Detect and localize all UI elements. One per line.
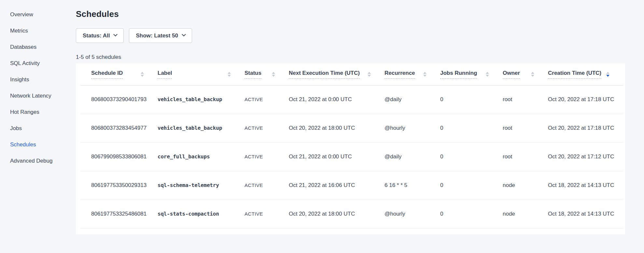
sidebar-item-label: Metrics xyxy=(10,28,28,34)
sidebar-item[interactable]: Insights xyxy=(0,72,76,88)
schedule-id: 806799098533806081 xyxy=(91,153,147,160)
sort-up-arrow-icon xyxy=(486,72,489,74)
creation-time-cell: Oct 20, 2022 at 17:18 UTC xyxy=(548,114,623,142)
table-header-row: Schedule ID Label xyxy=(80,63,623,85)
jobs-running-cell: 0 xyxy=(440,142,503,171)
label-cell: sql-stats-compaction xyxy=(158,200,245,228)
sort-arrows-icon xyxy=(368,72,371,77)
sidebar-item[interactable]: Network Latency xyxy=(0,88,76,104)
column-header[interactable]: Next Execution Time (UTC) xyxy=(289,63,385,85)
schedules-table: Schedule ID Label xyxy=(80,63,623,229)
label-cell: core_full_backups xyxy=(158,142,245,171)
status-badge: ACTIVE xyxy=(245,182,263,188)
status-cell: ACTIVE xyxy=(245,171,289,200)
status-cell: ACTIVE xyxy=(245,85,289,114)
sidebar-item[interactable]: Overview xyxy=(0,7,76,23)
page-title: Schedules xyxy=(76,9,625,19)
recurrence-cell: @daily xyxy=(385,142,440,171)
column-header[interactable]: Recurrence xyxy=(385,63,440,85)
next-execution-cell: Oct 21, 2022 at 16:06 UTC xyxy=(289,171,385,200)
schedules-page: Overview Metrics Databases SQL Activity … xyxy=(0,0,644,253)
label-cell: vehicles_table_backup xyxy=(158,85,245,114)
recurrence-cell: @hourly xyxy=(385,200,440,228)
schedule-id: 806800373290401793 xyxy=(91,96,147,102)
show-filter-dropdown[interactable]: Show: Latest 50 xyxy=(129,28,192,43)
chevron-down-icon xyxy=(182,32,186,36)
column-header[interactable]: Label xyxy=(158,63,245,85)
sidebar-item-label: Advanced Debug xyxy=(10,158,52,164)
recurrence-cell: 6 16 * * 5 xyxy=(385,171,440,200)
sort-down-arrow-icon xyxy=(141,75,144,77)
status-cell: ACTIVE xyxy=(245,142,289,171)
column-header[interactable]: Creation Time (UTC) xyxy=(548,63,623,85)
schedule-id-cell: 806800373283454977 xyxy=(80,114,158,142)
status-badge: ACTIVE xyxy=(245,97,263,102)
status-cell: ACTIVE xyxy=(245,114,289,142)
sort-down-arrow-icon xyxy=(368,75,371,77)
sidebar-item[interactable]: Metrics xyxy=(0,23,76,39)
sidebar-item-label: Overview xyxy=(10,11,33,18)
schedule-row[interactable]: 806799098533806081 core_full_backups ACT… xyxy=(80,142,623,171)
sort-down-arrow-icon xyxy=(228,75,231,77)
creation-time-cell: Oct 18, 2022 at 14:13 UTC xyxy=(548,200,623,228)
schedule-row[interactable]: 806197753325486081 sql-stats-compaction … xyxy=(80,200,623,228)
column-header[interactable]: Jobs Running xyxy=(440,63,503,85)
schedule-id-cell: 806197753325486081 xyxy=(80,200,158,228)
sort-arrows-icon xyxy=(272,72,275,77)
sidebar-item-label: Insights xyxy=(10,76,29,83)
next-execution-cell: Oct 21, 2022 at 0:00 UTC xyxy=(289,85,385,114)
sidebar-item[interactable]: SQL Activity xyxy=(0,55,76,72)
schedule-row[interactable]: 806800373290401793 vehicles_table_backup… xyxy=(80,85,623,114)
column-header[interactable]: Schedule ID xyxy=(80,63,158,85)
owner-cell: root xyxy=(503,142,548,171)
column-header[interactable]: Status xyxy=(245,63,289,85)
sidebar-item-label: Hot Ranges xyxy=(10,109,39,115)
column-header-label: Jobs Running xyxy=(440,70,477,79)
sort-arrows-icon xyxy=(531,72,534,77)
column-header-label: Owner xyxy=(503,70,520,79)
creation-time-cell: Oct 20, 2022 at 17:18 UTC xyxy=(548,85,623,114)
schedule-id: 806197753350029313 xyxy=(91,182,147,188)
filter-bar: Status: All Show: Latest 50 xyxy=(76,28,625,43)
label-cell: vehicles_table_backup xyxy=(158,114,245,142)
sidebar-item[interactable]: Schedules xyxy=(0,137,76,153)
sidebar-item-label: SQL Activity xyxy=(10,60,40,67)
sort-down-arrow-icon xyxy=(486,75,489,77)
sidebar-item[interactable]: Advanced Debug xyxy=(0,153,76,169)
recurrence-cell: @hourly xyxy=(385,114,440,142)
sidebar-nav: Overview Metrics Databases SQL Activity … xyxy=(0,0,76,253)
schedule-label: sql-stats-compaction xyxy=(158,211,219,217)
sidebar-item[interactable]: Hot Ranges xyxy=(0,104,76,120)
sort-down-arrow-icon xyxy=(531,75,534,77)
column-header[interactable]: Owner xyxy=(503,63,548,85)
status-filter-dropdown[interactable]: Status: All xyxy=(76,28,124,43)
main-content: Schedules Status: All Show: Latest 50 1-… xyxy=(76,0,644,253)
label-cell: sql-schema-telemetry xyxy=(158,171,245,200)
sidebar-item[interactable]: Databases xyxy=(0,39,76,55)
column-header-label: Status xyxy=(245,70,261,79)
schedule-id: 806197753325486081 xyxy=(91,211,147,217)
schedule-id-cell: 806799098533806081 xyxy=(80,142,158,171)
schedule-id: 806800373283454977 xyxy=(91,125,147,131)
schedule-row[interactable]: 806197753350029313 sql-schema-telemetry … xyxy=(80,171,623,200)
sort-arrows-icon xyxy=(486,72,489,77)
status-cell: ACTIVE xyxy=(245,200,289,228)
sidebar-item-label: Jobs xyxy=(10,125,22,132)
owner-cell: node xyxy=(503,171,548,200)
schedules-table-panel: Schedule ID Label xyxy=(76,63,625,234)
jobs-running-cell: 0 xyxy=(440,200,503,228)
sort-up-arrow-icon xyxy=(368,72,371,74)
schedule-label: core_full_backups xyxy=(158,153,210,160)
column-header-label: Recurrence xyxy=(385,70,415,79)
sidebar-item[interactable]: Jobs xyxy=(0,120,76,137)
next-execution-cell: Oct 20, 2022 at 18:00 UTC xyxy=(289,114,385,142)
sort-up-arrow-icon xyxy=(531,72,534,74)
schedule-row[interactable]: 806800373283454977 vehicles_table_backup… xyxy=(80,114,623,142)
schedule-label: vehicles_table_backup xyxy=(158,96,222,102)
column-header-label: Creation Time (UTC) xyxy=(548,70,601,79)
schedule-id-cell: 806800373290401793 xyxy=(80,85,158,114)
column-header-label: Schedule ID xyxy=(91,70,123,79)
sort-arrows-icon xyxy=(423,72,427,77)
results-count: 1-5 of 5 schedules xyxy=(76,54,625,60)
owner-cell: root xyxy=(503,114,548,142)
